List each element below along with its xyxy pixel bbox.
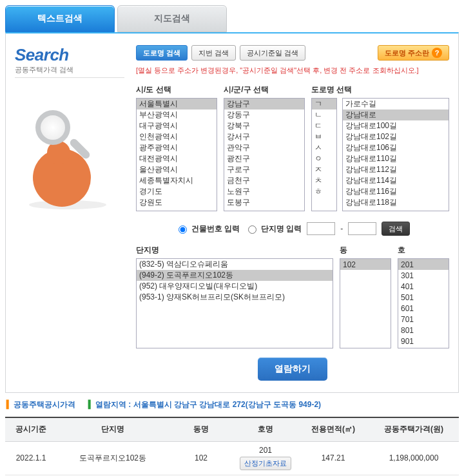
- th-danji: 단지명: [57, 418, 169, 441]
- road-search-button[interactable]: 도로명 검색: [136, 45, 188, 61]
- list-item[interactable]: 강남대로102길: [343, 131, 449, 142]
- list-item[interactable]: 801: [398, 325, 449, 336]
- result-section-title: 공동주택공시가격: [6, 399, 75, 410]
- list-item[interactable]: 강남대로: [343, 109, 449, 120]
- radio-building-number[interactable]: 건물번호 입력: [175, 224, 240, 234]
- list-item[interactable]: 강북구: [224, 120, 304, 131]
- list-item[interactable]: ㄷ: [312, 120, 336, 131]
- list-item[interactable]: 서울특별시: [137, 99, 217, 109]
- search-subtitle: 공동주택가격 검색: [15, 65, 124, 78]
- search-button[interactable]: 검색: [382, 222, 410, 236]
- warning-text: [멸실 등으로 주소가 변경된경우, "공시기준일 검색"선택 후, 변경 전 …: [136, 66, 449, 75]
- list-item[interactable]: ㅅ: [312, 142, 336, 153]
- list-item[interactable]: 201: [398, 259, 449, 270]
- ho-listbox[interactable]: 20130140150160170180190110011101: [398, 258, 449, 348]
- list-item[interactable]: ㅊ: [312, 175, 336, 186]
- th-date: 공시기준: [5, 418, 57, 441]
- list-item[interactable]: 601: [398, 303, 449, 314]
- sido-listbox[interactable]: 서울특별시부산광역시대구광역시인천광역시광주광역시대전광역시울산광역시세종특별자…: [136, 98, 217, 211]
- list-item[interactable]: 광진구: [224, 153, 304, 164]
- gongsi-date-search-button[interactable]: 공시기준일 검색: [240, 45, 305, 61]
- search-illustration: [15, 104, 105, 207]
- list-item[interactable]: 대전광역시: [137, 153, 217, 164]
- dong-label: 동: [340, 245, 391, 256]
- list-item[interactable]: 금천구: [224, 175, 304, 186]
- list-item[interactable]: 강남대로106길: [343, 142, 449, 153]
- list-item[interactable]: (952) 대우양재디오빌(대우디오빌): [137, 281, 333, 292]
- list-item[interactable]: 401: [398, 281, 449, 292]
- danji-listbox[interactable]: (832-5) 역삼디오슈페리움(949-2) 도곡푸르지오102동(952) …: [136, 258, 333, 348]
- list-item[interactable]: 울산광역시: [137, 164, 217, 175]
- ho-label: 호: [398, 245, 449, 256]
- road-addr-help-button[interactable]: 도로명 주소란 ?: [378, 45, 449, 61]
- list-item[interactable]: (949-2) 도곡푸르지오102동: [137, 270, 333, 281]
- dong-listbox[interactable]: 102: [340, 258, 391, 348]
- tab-map-search[interactable]: 지도검색: [117, 5, 227, 32]
- list-item[interactable]: 901: [398, 336, 449, 347]
- result-region-label: 열람지역 :: [88, 400, 131, 409]
- cell-ho: 201 산정기초자료: [233, 441, 298, 475]
- list-item[interactable]: 강원도: [137, 197, 217, 208]
- search-title: Search: [15, 45, 124, 65]
- cell-dong: 102: [169, 441, 233, 475]
- list-item[interactable]: 도봉구: [224, 197, 304, 208]
- list-item[interactable]: 대구광역시: [137, 120, 217, 131]
- list-item[interactable]: 102: [340, 259, 391, 270]
- list-item[interactable]: 1001: [398, 347, 449, 348]
- list-item[interactable]: 인천광역시: [137, 131, 217, 142]
- bldg-num-input-1[interactable]: [307, 222, 335, 235]
- list-item[interactable]: 구로구: [224, 164, 304, 175]
- doro-label: 도로명 선택: [311, 84, 449, 95]
- list-item[interactable]: 강남구: [224, 99, 304, 109]
- calc-basis-button[interactable]: 산정기초자료: [240, 457, 291, 470]
- view-button[interactable]: 열람하기: [258, 357, 327, 381]
- th-ho: 호명: [233, 418, 298, 441]
- list-item[interactable]: ㅂ: [312, 131, 336, 142]
- list-item[interactable]: 가로수길: [343, 99, 449, 109]
- th-price: 공동주택가격(원): [369, 418, 459, 441]
- list-item[interactable]: 701: [398, 314, 449, 325]
- result-table: 공시기준 단지명 동명 호명 전용면적(㎡) 공동주택가격(원) 2022.1.…: [5, 418, 459, 475]
- th-area: 전용면적(㎡): [298, 418, 369, 441]
- list-item[interactable]: 경기도: [137, 186, 217, 197]
- list-item[interactable]: ㄴ: [312, 109, 336, 120]
- list-item[interactable]: 301: [398, 270, 449, 281]
- list-item[interactable]: 노원구: [224, 186, 304, 197]
- tab-text-search[interactable]: 텍스트검색: [5, 5, 115, 32]
- list-item[interactable]: ㄱ: [312, 99, 336, 109]
- table-row: 2022.1.1 도곡푸르지오102동 102 201 산정기초자료 147.2…: [5, 441, 459, 475]
- cell-price: 1,198,000,000: [369, 441, 459, 475]
- list-item[interactable]: 강남대로110길: [343, 153, 449, 164]
- list-item[interactable]: 강남대로114길: [343, 175, 449, 186]
- list-item[interactable]: (953-1) 양재SK허브프리모(SK허브프리모): [137, 292, 333, 303]
- list-item[interactable]: 광주광역시: [137, 142, 217, 153]
- list-item[interactable]: 강남대로112길: [343, 164, 449, 175]
- cell-area: 147.21: [298, 441, 369, 475]
- sido-label: 시/도 선택: [136, 84, 217, 95]
- sigungu-label: 시/군/구 선택: [224, 84, 305, 95]
- help-icon: ?: [432, 48, 442, 58]
- list-item[interactable]: 관악구: [224, 142, 304, 153]
- list-item[interactable]: ㅎ: [312, 186, 336, 197]
- cell-date: 2022.1.1: [5, 441, 57, 475]
- list-item[interactable]: ㅈ: [312, 164, 336, 175]
- choseong-listbox[interactable]: ㄱㄴㄷㅂㅅㅇㅈㅊㅎ: [311, 98, 337, 211]
- radio-danji-name[interactable]: 단지명 입력: [245, 224, 302, 234]
- bldg-num-input-2[interactable]: [348, 222, 376, 235]
- list-item[interactable]: 부산광역시: [137, 109, 217, 120]
- result-address: 서울특별시 강남구 강남대로 272(강남구 도곡동 949-2): [133, 400, 321, 409]
- list-item[interactable]: ㅇ: [312, 153, 336, 164]
- danji-label: 단지명: [136, 245, 333, 256]
- th-dong: 동명: [169, 418, 233, 441]
- list-item[interactable]: 강남대로116길: [343, 186, 449, 197]
- list-item[interactable]: 강서구: [224, 131, 304, 142]
- sigungu-listbox[interactable]: 강남구강동구강북구강서구관악구광진구구로구금천구노원구도봉구: [224, 98, 305, 211]
- list-item[interactable]: 501: [398, 292, 449, 303]
- jibun-search-button[interactable]: 지번 검색: [191, 45, 236, 61]
- list-item[interactable]: 강남대로100길: [343, 120, 449, 131]
- list-item[interactable]: (832-5) 역삼디오슈페리움: [137, 259, 333, 270]
- list-item[interactable]: 강남대로118길: [343, 197, 449, 208]
- list-item[interactable]: 강동구: [224, 109, 304, 120]
- list-item[interactable]: 세종특별자치시: [137, 175, 217, 186]
- doro-listbox[interactable]: 가로수길강남대로강남대로100길강남대로102길강남대로106길강남대로110길…: [342, 98, 449, 211]
